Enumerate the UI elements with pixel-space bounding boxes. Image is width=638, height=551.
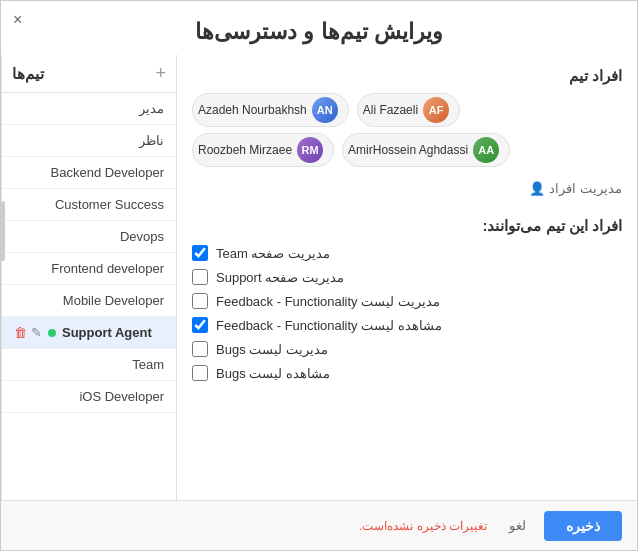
avatar-af: AF (423, 97, 449, 123)
save-button[interactable]: ذخیره (544, 511, 622, 541)
member-name-aa: AmirHossein Aghdassi (348, 143, 468, 157)
permission-checkbox-3[interactable] (192, 317, 208, 333)
member-name-an: Azadeh Nourbakhsh (198, 103, 307, 117)
permission-label-5: مشاهده لیست Bugs (216, 366, 330, 381)
member-chip-an: Azadeh Nourbakhsh AN (192, 93, 349, 127)
team-delete-button[interactable]: 🗑 (14, 325, 27, 340)
permission-label-1: مدیریت صفحه Support (216, 270, 344, 285)
permission-item-1: مدیریت صفحه Support (192, 269, 622, 285)
manage-members-label: مدیریت افراد (549, 181, 622, 196)
permission-checkbox-0[interactable] (192, 245, 208, 261)
permissions-title: افراد این تیم می‌توانند: (192, 217, 622, 235)
permission-item-2: مدیریت لیست Feedback - Functionality (192, 293, 622, 309)
member-name-af: Ali Fazaeli (363, 103, 418, 117)
teams-panel: تیم‌ها + مدیر ناظر Backend Developer Cus… (1, 55, 176, 544)
team-item-modir[interactable]: مدیر (2, 93, 176, 125)
member-name-rm: Roozbeh Mirzaee (198, 143, 292, 157)
cancel-link[interactable]: لغو (509, 518, 526, 533)
members-title: افراد تیم (192, 67, 622, 85)
member-chip-af: Ali Fazaeli AF (357, 93, 460, 127)
scroll-indicator (1, 201, 5, 261)
person-icon: 👤 (529, 181, 545, 196)
active-indicator (48, 329, 56, 337)
team-item-frontend[interactable]: Frontend developer (2, 253, 176, 285)
unsaved-notice: تغییرات ذخیره نشده‌است. (359, 519, 487, 533)
members-grid-2: AmirHossein Aghdassi AA Roozbeh Mirzaee … (192, 133, 622, 167)
teams-header-title: تیم‌ها (12, 65, 44, 83)
member-chip-aa: AmirHossein Aghdassi AA (342, 133, 510, 167)
permission-label-0: مدیریت صفحه Team (216, 246, 330, 261)
team-item-mobile[interactable]: Mobile Developer (2, 285, 176, 317)
manage-members[interactable]: مدیریت افراد 👤 (192, 179, 622, 197)
teams-header: تیم‌ها + (2, 55, 176, 93)
member-chip-rm: Roozbeh Mirzaee RM (192, 133, 334, 167)
permission-checkbox-5[interactable] (192, 365, 208, 381)
team-edit-button[interactable]: ✎ (31, 325, 42, 340)
permission-item-4: مدیریت لیست Bugs (192, 341, 622, 357)
team-item-support[interactable]: Support Agent ✎ 🗑 (2, 317, 176, 349)
avatar-aa: AA (473, 137, 499, 163)
permission-label-2: مدیریت لیست Feedback - Functionality (216, 294, 440, 309)
team-item-devops[interactable]: Devops (2, 221, 176, 253)
permission-label-3: مشاهده لیست Feedback - Functionality (216, 318, 442, 333)
manage-members-link[interactable]: مدیریت افراد 👤 (529, 181, 622, 196)
permission-checkbox-4[interactable] (192, 341, 208, 357)
add-team-button[interactable]: + (155, 63, 166, 84)
main-layout: تیم‌ها + مدیر ناظر Backend Developer Cus… (1, 55, 637, 544)
team-actions: ✎ 🗑 (14, 325, 42, 340)
team-item-customer[interactable]: Customer Success (2, 189, 176, 221)
close-button[interactable]: × (13, 11, 22, 29)
avatar-an: AN (312, 97, 338, 123)
content-panel: افراد تیم Ali Fazaeli AF Azadeh Nourbakh… (176, 55, 637, 544)
permission-item-3: مشاهده لیست Feedback - Functionality (192, 317, 622, 333)
team-item-ios[interactable]: iOS Developer (2, 381, 176, 413)
members-grid: Ali Fazaeli AF Azadeh Nourbakhsh AN (192, 93, 622, 127)
team-item-nazer[interactable]: ناظر (2, 125, 176, 157)
team-item-team[interactable]: Team (2, 349, 176, 381)
avatar-rm: RM (297, 137, 323, 163)
permission-item-0: مدیریت صفحه Team (192, 245, 622, 261)
permission-checkbox-1[interactable] (192, 269, 208, 285)
permissions-list: مدیریت صفحه Team مدیریت صفحه Support مدی… (192, 245, 622, 381)
team-item-backend[interactable]: Backend Developer (2, 157, 176, 189)
bottom-bar: ذخیره لغو تغییرات ذخیره نشده‌است. (1, 500, 637, 550)
page-title: ویرایش تیم‌ها و دسترسی‌ها (1, 1, 637, 55)
permission-label-4: مدیریت لیست Bugs (216, 342, 328, 357)
permission-item-5: مشاهده لیست Bugs (192, 365, 622, 381)
permission-checkbox-2[interactable] (192, 293, 208, 309)
